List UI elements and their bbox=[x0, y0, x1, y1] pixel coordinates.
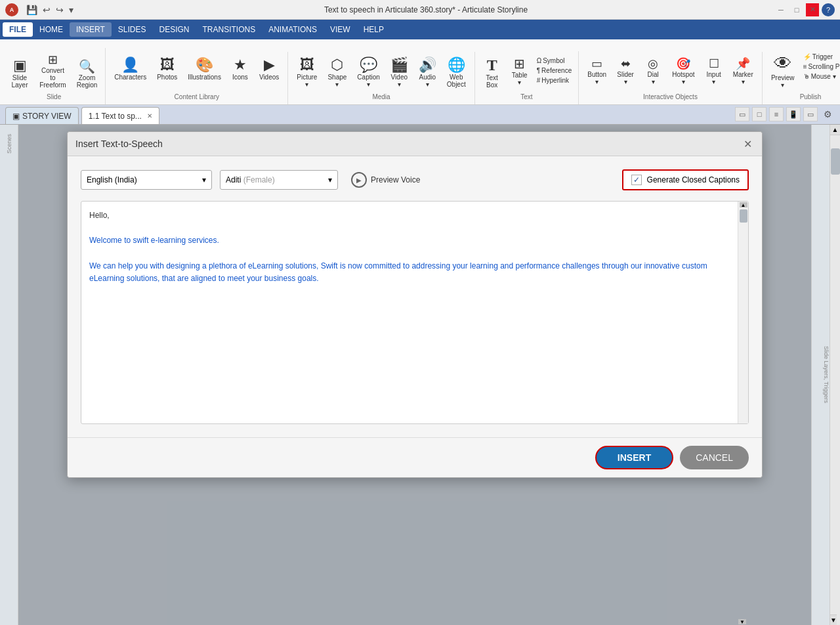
ribbon-group-publish: 👁 Preview▾ ⚡ Trigger ≡ Scrolling Panel 🖱… bbox=[763, 49, 840, 104]
slide-view-icon[interactable]: □ bbox=[752, 107, 766, 121]
menu-animations[interactable]: ANIMATIONS bbox=[262, 22, 324, 37]
scroll-down-button[interactable]: ▼ bbox=[830, 614, 837, 625]
menu-transitions[interactable]: TRANSITIONS bbox=[196, 22, 262, 37]
scroll-up-arrow[interactable]: ▲ bbox=[740, 202, 747, 207]
ribbon-group-content-library: 👤 Characters 🖼 Photos 🎨 Illustrations ★ … bbox=[106, 52, 288, 104]
interactive-group-label: Interactive Objects bbox=[643, 92, 698, 102]
web-object-button[interactable]: 🌐 WebObject bbox=[442, 54, 471, 91]
notes-view-icon[interactable]: ≡ bbox=[769, 107, 784, 121]
menu-file[interactable]: FILE bbox=[3, 22, 33, 37]
preview-voice-label: Preview Voice bbox=[371, 175, 420, 184]
illustrations-button[interactable]: 🎨 Illustrations bbox=[183, 54, 226, 84]
reference-button[interactable]: ¶ Reference bbox=[534, 66, 575, 75]
icons-icon: ★ bbox=[234, 58, 247, 72]
input-button[interactable]: ☐ Input▾ bbox=[701, 54, 727, 89]
audio-icon: 🔊 bbox=[419, 58, 436, 72]
voice-gender: (Female) bbox=[243, 175, 275, 184]
hotspot-button[interactable]: 🎯 Hotspot▾ bbox=[667, 54, 699, 89]
normal-view-icon[interactable]: ▭ bbox=[735, 107, 749, 121]
cancel-button[interactable]: CANCEL bbox=[680, 446, 749, 469]
ribbon-group-text: T Text Box ⊞ Table▾ Ω Symbol ¶ Reference… bbox=[475, 51, 579, 104]
trigger-icon: ⚡ bbox=[803, 53, 811, 60]
scrolling-panel-button[interactable]: ≡ Scrolling Panel bbox=[801, 62, 840, 71]
insert-button[interactable]: INSERT bbox=[595, 446, 673, 469]
ribbon-group-interactive: ▭ Button▾ ⬌ Slider▾ ◎ Dial▾ 🎯 Hotspot▾ ☐… bbox=[579, 52, 763, 104]
videos-button[interactable]: ▶ Videos bbox=[255, 54, 284, 84]
slider-button[interactable]: ⬌ Slider▾ bbox=[612, 54, 639, 89]
dialog-title: Insert Text-to-Speech bbox=[75, 139, 163, 149]
dialog-close-button[interactable]: ✕ bbox=[741, 137, 754, 150]
trigger-button[interactable]: ⚡ Trigger bbox=[801, 53, 840, 61]
menu-slides[interactable]: SLIDES bbox=[112, 22, 153, 37]
scroll-up-button[interactable]: ▲ bbox=[830, 125, 840, 135]
picture-icon: 🖼 bbox=[300, 58, 314, 72]
save-icon[interactable]: 💾 bbox=[25, 3, 39, 16]
menu-insert[interactable]: INSERT bbox=[70, 22, 112, 37]
text-line-5: We can help you with designing a plethor… bbox=[89, 260, 730, 285]
reference-icon: ¶ bbox=[537, 67, 540, 74]
slide-layer-button[interactable]: ▣ SlideLayer bbox=[7, 55, 33, 92]
convert-freeform-button[interactable]: ⊞ Convert toFreeform bbox=[34, 51, 72, 92]
text-line-3: Welcome to swift e-learning services. bbox=[89, 234, 730, 247]
tts-text-area[interactable]: Hello, Welcome to swift e-learning servi… bbox=[81, 202, 738, 423]
preview-button[interactable]: 👁 Preview▾ bbox=[766, 51, 799, 92]
tab-story-view[interactable]: ▣ STORY VIEW bbox=[5, 107, 79, 124]
scrolling-panel-icon: ≡ bbox=[803, 63, 807, 70]
scroll-thumb[interactable] bbox=[740, 209, 747, 223]
mouse-button[interactable]: 🖱 Mouse ▾ bbox=[801, 72, 840, 81]
photos-button[interactable]: 🖼 Photos bbox=[152, 54, 182, 84]
video-button[interactable]: 🎬 Video▾ bbox=[386, 54, 413, 91]
media-group-label: Media bbox=[372, 92, 390, 102]
tablet-view-icon[interactable]: ▭ bbox=[803, 107, 818, 121]
language-value: English (India) bbox=[87, 175, 137, 184]
menu-help[interactable]: HELP bbox=[357, 22, 390, 37]
icons-button[interactable]: ★ Icons bbox=[227, 54, 253, 84]
view-mode-controls: ▭ □ ≡ 📱 ▭ ⚙ bbox=[735, 107, 835, 124]
scroll-thumb-v[interactable] bbox=[831, 148, 840, 175]
convert-freeform-icon: ⊞ bbox=[48, 54, 58, 66]
quick-access-dropdown[interactable]: ▾ bbox=[68, 3, 75, 16]
hyperlink-button[interactable]: # Hyperlink bbox=[534, 76, 575, 85]
marker-button[interactable]: 📌 Marker▾ bbox=[728, 54, 758, 89]
scroll-down-arrow[interactable]: ▼ bbox=[738, 619, 746, 624]
settings-icon[interactable]: ⚙ bbox=[820, 107, 835, 121]
maximize-button[interactable]: □ bbox=[790, 3, 803, 16]
dialog-controls-row: English (India) ▾ Aditi (Female) ▾ bbox=[81, 169, 749, 190]
language-selector[interactable]: English (India) ▾ bbox=[81, 170, 212, 190]
dialog-header: Insert Text-to-Speech ✕ bbox=[68, 132, 762, 156]
shape-button[interactable]: ⬡ Shape▾ bbox=[323, 54, 351, 91]
input-icon: ☐ bbox=[709, 58, 719, 70]
picture-button[interactable]: 🖼 Picture▾ bbox=[292, 54, 322, 91]
help-icon[interactable]: ? bbox=[822, 3, 835, 16]
menu-home[interactable]: HOME bbox=[33, 22, 70, 37]
dial-icon: ◎ bbox=[648, 58, 658, 70]
caption-button[interactable]: 💬 Caption▾ bbox=[352, 54, 384, 91]
audio-button[interactable]: 🔊 Audio▾ bbox=[414, 54, 441, 91]
slide-layer-icon: ▣ bbox=[13, 58, 27, 73]
tab-close-icon[interactable]: ✕ bbox=[147, 112, 152, 119]
preview-voice-button[interactable]: ▶ Preview Voice bbox=[346, 169, 425, 190]
symbol-button[interactable]: Ω Symbol bbox=[534, 56, 575, 65]
button-object-button[interactable]: ▭ Button▾ bbox=[583, 54, 611, 89]
dial-button[interactable]: ◎ Dial▾ bbox=[640, 54, 666, 89]
characters-button[interactable]: 👤 Characters bbox=[110, 54, 151, 84]
menu-design[interactable]: DESIGN bbox=[152, 22, 196, 37]
table-button[interactable]: ⊞ Table▾ bbox=[507, 54, 533, 89]
zoom-region-button[interactable]: 🔍 ZoomRegion bbox=[73, 56, 101, 92]
quick-access-toolbar: 💾 ↩ ↪ ▾ bbox=[22, 2, 77, 18]
redo-icon[interactable]: ↪ bbox=[54, 3, 65, 16]
slider-icon: ⬌ bbox=[621, 58, 631, 70]
textbox-button[interactable]: T Text Box bbox=[479, 54, 505, 92]
tab-slide-editor[interactable]: 1.1 Text to sp... ✕ bbox=[81, 107, 159, 124]
caption-checkbox[interactable]: ✓ bbox=[631, 175, 642, 185]
text-scrollbar[interactable]: ▲ ▼ bbox=[738, 202, 748, 423]
slide-layers-triggers-label[interactable]: Slide Layers, Triggers bbox=[823, 346, 830, 403]
undo-icon[interactable]: ↩ bbox=[41, 3, 52, 16]
voice-selector[interactable]: Aditi (Female) ▾ bbox=[220, 170, 338, 190]
phone-view-icon[interactable]: 📱 bbox=[786, 107, 801, 121]
close-button[interactable]: ✕ bbox=[806, 3, 819, 16]
minimize-button[interactable]: ─ bbox=[774, 3, 788, 16]
vertical-scrollbar[interactable]: ▲ ▼ bbox=[830, 125, 840, 625]
ribbon-group-slide: ▣ SlideLayer ⊞ Convert toFreeform 🔍 Zoom… bbox=[3, 48, 106, 104]
menu-view[interactable]: VIEW bbox=[324, 22, 357, 37]
